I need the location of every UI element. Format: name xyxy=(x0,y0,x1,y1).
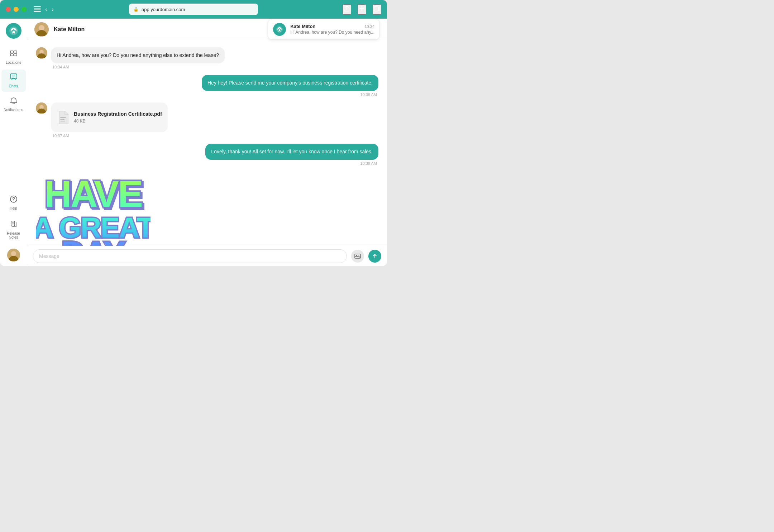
svg-rect-0 xyxy=(34,6,41,7)
message-time-2: 10:36 AM xyxy=(202,92,378,97)
send-button[interactable] xyxy=(368,250,381,263)
message-row-5: HAVE A GREAT DAY xyxy=(36,171,378,246)
sidebar-item-help[interactable]: Help xyxy=(1,192,26,214)
maximize-button[interactable] xyxy=(22,7,27,12)
new-tab-button[interactable] xyxy=(358,4,366,15)
message-input[interactable] xyxy=(33,249,347,263)
sidebar-bottom: Help Release Notes xyxy=(1,192,26,262)
message-input-area xyxy=(27,246,387,266)
svg-rect-8 xyxy=(14,51,17,53)
sticker-box: HAVE A GREAT DAY xyxy=(36,171,150,246)
chats-icon xyxy=(10,73,18,83)
svg-point-15 xyxy=(11,251,16,256)
svg-rect-1 xyxy=(34,8,41,9)
sender-avatar-3 xyxy=(36,102,47,114)
back-button[interactable]: ‹ xyxy=(45,6,47,13)
message-time-3: 10:37 AM xyxy=(51,134,168,138)
notif-logo xyxy=(273,23,286,36)
help-label: Help xyxy=(10,206,17,210)
message-row-2: Hey hey! Please send me your company's b… xyxy=(36,75,378,97)
message-bubble-1: Hi Andrea, how are you? Do you need anyt… xyxy=(51,47,225,63)
notif-message: Hi Andrea, how are you? Do you need any.… xyxy=(290,30,374,35)
sidebar-toggle-button[interactable] xyxy=(34,6,41,13)
svg-rect-6 xyxy=(10,51,13,53)
message-content-3: Business Registration Certificate.pdf 48… xyxy=(51,102,168,138)
address-bar[interactable]: 🔒 app.yourdomain.com xyxy=(129,4,258,15)
forward-button[interactable]: › xyxy=(52,6,54,13)
traffic-lights xyxy=(6,7,27,12)
notifications-icon xyxy=(10,97,18,106)
notification-bubble: Kate Milton 10:34 Hi Andrea, how are you… xyxy=(268,19,380,40)
locations-icon xyxy=(10,49,18,59)
svg-text:HAVE: HAVE xyxy=(44,173,142,215)
svg-point-17 xyxy=(39,25,44,31)
file-size: 48 KB xyxy=(74,118,162,124)
notif-time: 10:34 xyxy=(364,24,374,29)
sidebar: Locations Chats Notifications xyxy=(0,19,27,266)
contact-avatar xyxy=(34,22,49,37)
url-text: app.yourdomain.com xyxy=(142,7,185,12)
message-row-3: Business Registration Certificate.pdf 48… xyxy=(36,102,378,138)
svg-rect-9 xyxy=(14,54,17,56)
attach-image-button[interactable] xyxy=(351,250,364,263)
message-time-1: 10:34 AM xyxy=(51,65,225,69)
file-icon xyxy=(57,111,70,124)
svg-rect-2 xyxy=(34,11,41,12)
sticker-container: HAVE A GREAT DAY xyxy=(36,171,150,246)
message-bubble-4: Lovely, thank you! All set for now. I'll… xyxy=(205,144,378,160)
message-time-4: 10:39 AM xyxy=(205,161,378,166)
message-row-1: Hi Andrea, how are you? Do you need anyt… xyxy=(36,47,378,69)
release-notes-icon xyxy=(10,220,18,230)
svg-rect-7 xyxy=(10,54,13,56)
sender-avatar-1 xyxy=(36,47,47,59)
sidebar-item-notifications[interactable]: Notifications xyxy=(1,93,26,115)
notif-sender: Kate Milton xyxy=(290,24,315,29)
lock-icon: 🔒 xyxy=(133,7,139,12)
sidebar-item-chats[interactable]: Chats xyxy=(1,70,26,92)
message-bubble-3: Business Registration Certificate.pdf 48… xyxy=(51,102,168,132)
chat-area: Kate Milton Kate Milton 10:34 xyxy=(27,19,387,266)
notifications-label: Notifications xyxy=(4,108,23,112)
app-logo[interactable] xyxy=(6,23,22,39)
message-row-4: Lovely, thank you! All set for now. I'll… xyxy=(36,144,378,166)
titlebar: ‹ › 🔒 app.yourdomain.com xyxy=(0,0,387,19)
svg-rect-13 xyxy=(11,221,15,226)
messages-container: Hi Andrea, how are you? Do you need anyt… xyxy=(27,40,387,246)
locations-label: Locations xyxy=(6,61,21,64)
file-attachment[interactable]: Business Registration Certificate.pdf 48… xyxy=(57,107,162,128)
message-content-4: Lovely, thank you! All set for now. I'll… xyxy=(205,144,378,166)
minimize-button[interactable] xyxy=(14,7,19,12)
sidebar-item-locations[interactable]: Locations xyxy=(1,46,26,68)
svg-rect-3 xyxy=(374,7,378,11)
message-content-1: Hi Andrea, how are you? Do you need anyt… xyxy=(51,47,225,69)
main-layout: Locations Chats Notifications xyxy=(0,19,387,266)
close-button[interactable] xyxy=(6,7,11,12)
message-content-2: Hey hey! Please send me your company's b… xyxy=(202,75,378,97)
windows-button[interactable] xyxy=(373,4,381,15)
chat-header: Kate Milton Kate Milton 10:34 xyxy=(27,19,387,40)
share-button[interactable] xyxy=(343,4,351,15)
user-avatar[interactable] xyxy=(7,249,20,262)
nav-controls: ‹ › xyxy=(34,6,54,13)
message-bubble-2: Hey hey! Please send me your company's b… xyxy=(202,75,378,91)
file-name: Business Registration Certificate.pdf xyxy=(74,110,162,118)
file-info: Business Registration Certificate.pdf 48… xyxy=(74,110,162,124)
notif-top: Kate Milton 10:34 xyxy=(290,24,374,29)
contact-name: Kate Milton xyxy=(54,26,85,33)
titlebar-actions xyxy=(343,4,381,15)
chats-label: Chats xyxy=(9,84,18,88)
svg-text:DAY: DAY xyxy=(62,235,125,246)
help-icon xyxy=(10,195,18,205)
notif-content: Kate Milton 10:34 Hi Andrea, how are you… xyxy=(290,24,374,35)
svg-point-12 xyxy=(13,201,14,201)
sidebar-item-release-notes[interactable]: Release Notes xyxy=(1,217,26,243)
release-notes-label: Release Notes xyxy=(4,231,23,239)
